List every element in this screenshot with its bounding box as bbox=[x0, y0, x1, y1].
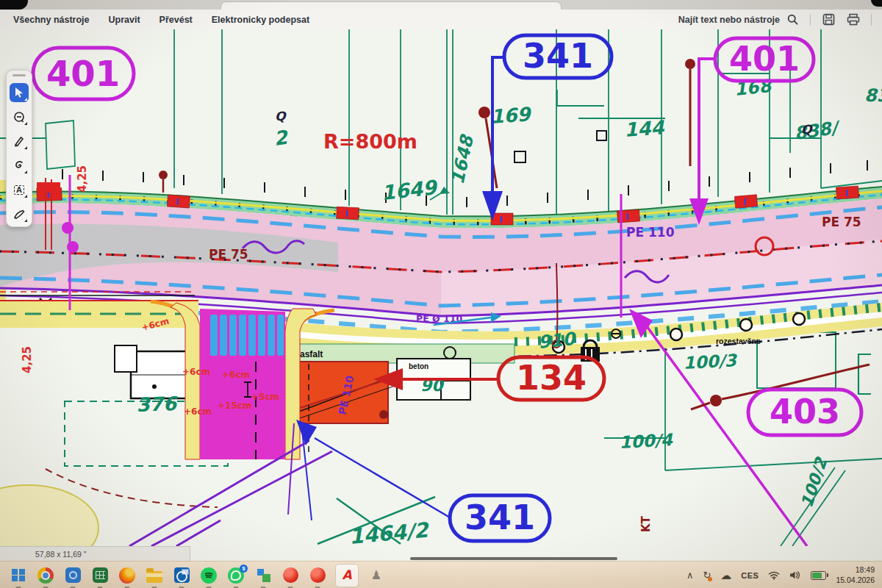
panel-grip[interactable] bbox=[12, 74, 26, 76]
menu-convert[interactable]: Převést bbox=[159, 15, 193, 25]
chrome-icon[interactable] bbox=[36, 566, 55, 585]
game-app-icon[interactable]: ♟ bbox=[367, 566, 386, 585]
ref-label-341-bottom: 341 bbox=[450, 495, 550, 541]
thickness-note: +6cm bbox=[182, 367, 210, 377]
menu-bar: Všechny nástroje Upravit Převést Elektro… bbox=[13, 15, 309, 25]
window-tab-strip bbox=[0, 0, 882, 10]
toolbar-divider bbox=[810, 14, 811, 26]
ref-label-text: 403 bbox=[770, 392, 840, 431]
textbox-tool-button[interactable]: A bbox=[10, 180, 29, 199]
screen: Všechny nástroje Upravit Převést Elektro… bbox=[0, 0, 882, 588]
surface-note: beton bbox=[409, 362, 429, 370]
horizontal-scrollbar[interactable] bbox=[410, 557, 617, 560]
windows-taskbar: $ A ♟ ∧ ↻ ☁ CES 18:49 15.04.2026 bbox=[0, 561, 882, 588]
phone-glyph bbox=[231, 570, 241, 581]
browser-red-icon-1[interactable] bbox=[281, 566, 300, 585]
ref-label-text: 401 bbox=[46, 53, 120, 94]
photos-app-icon[interactable] bbox=[63, 566, 82, 585]
acrobat-logo-icon: A bbox=[342, 569, 351, 581]
radius-note: R=800m bbox=[323, 130, 417, 153]
parcel-number: 376 bbox=[136, 392, 179, 416]
menu-esign[interactable]: Elektronicky podepsat bbox=[212, 15, 309, 25]
spotify-icon[interactable] bbox=[199, 566, 218, 585]
acrobat-taskbar-icon[interactable]: A bbox=[335, 564, 359, 587]
search-label: Najít text nebo nástroje bbox=[678, 15, 780, 25]
tray-expand-chevron[interactable]: ∧ bbox=[686, 570, 694, 581]
spreadsheet-app-icon[interactable] bbox=[90, 566, 110, 585]
ref-label-text: 341 bbox=[465, 498, 535, 537]
fillsign-tool-button[interactable] bbox=[10, 204, 29, 223]
cursor-icon bbox=[14, 87, 24, 98]
parcel-number: 910 bbox=[537, 329, 578, 353]
ref-label-text: 401 bbox=[729, 39, 800, 79]
wifi-icon[interactable] bbox=[768, 571, 780, 580]
signature-icon bbox=[13, 160, 25, 171]
tray-time: 18:49 bbox=[836, 565, 875, 575]
parcel-number: 100/3 bbox=[683, 351, 739, 373]
page-size-status: 57,88 x 11,69 " bbox=[0, 546, 190, 561]
pipe-note: PE 75 bbox=[822, 215, 861, 229]
document-area: 2 1649 1648 169 144 168 838/ 83 90 910 3… bbox=[0, 29, 882, 561]
photo-corner-dark bbox=[0, 0, 28, 10]
ref-label-text: 341 bbox=[523, 36, 593, 76]
construction-note: rozestavěno bbox=[716, 337, 761, 345]
print-button[interactable] bbox=[846, 12, 861, 27]
highlight-tool-button[interactable] bbox=[10, 132, 29, 151]
select-tool-button[interactable] bbox=[10, 83, 29, 102]
cad-drawing: 2 1649 1648 169 144 168 838/ 83 90 910 3… bbox=[0, 29, 882, 546]
fill-sign-icon bbox=[13, 209, 26, 220]
outlook-icon[interactable] bbox=[172, 566, 191, 585]
volume-icon[interactable] bbox=[789, 570, 801, 580]
office-tiles-icon[interactable] bbox=[254, 566, 273, 585]
pipe-note: PE 110 bbox=[626, 225, 675, 240]
menu-all-tools[interactable]: Všechny nástroje bbox=[13, 15, 90, 25]
parcel-number: 100/4 bbox=[619, 430, 674, 452]
tray-date: 15.04.2026 bbox=[836, 576, 875, 585]
toolbar-divider-2 bbox=[871, 14, 872, 26]
save-button[interactable] bbox=[821, 12, 836, 27]
windows-logo-icon bbox=[12, 569, 25, 582]
file-explorer-icon[interactable] bbox=[145, 566, 164, 585]
battery-icon[interactable] bbox=[811, 571, 826, 580]
kt-note: KT bbox=[639, 515, 653, 532]
thickness-note: +5cm bbox=[251, 392, 279, 402]
sync-icon[interactable]: ↻ bbox=[703, 570, 711, 581]
ref-label-401-top-right: 401 bbox=[715, 38, 814, 81]
map-symbol-q: Q bbox=[801, 122, 813, 137]
ref-label-text: 134 bbox=[516, 358, 587, 398]
pipe-note: PE 75 bbox=[209, 247, 248, 262]
parcel-number: 169 bbox=[490, 103, 532, 128]
whatsapp-badge: $ bbox=[240, 564, 248, 573]
search-box[interactable]: Najít text nebo nástroje bbox=[678, 12, 800, 27]
taskbar-apps: $ A ♟ bbox=[9, 564, 386, 587]
width-note: 4,25 bbox=[76, 165, 89, 193]
thickness-note: +6cm bbox=[222, 370, 250, 380]
thickness-note: +6cm bbox=[184, 406, 212, 417]
windows-start-button[interactable] bbox=[9, 566, 28, 585]
whatsapp-icon[interactable]: $ bbox=[226, 566, 245, 585]
surface-note: asfalt bbox=[300, 349, 323, 359]
spotify-waves-icon bbox=[204, 570, 214, 581]
acrobat-toolbar: Všechny nástroje Upravit Převést Elektro… bbox=[0, 10, 882, 30]
width-note: 4,25 bbox=[21, 346, 34, 373]
quick-tools-panel: A bbox=[6, 70, 32, 227]
pen-icon bbox=[13, 135, 25, 147]
parcel-number: 83 bbox=[864, 85, 882, 106]
page-dimensions: 57,88 x 11,69 " bbox=[35, 550, 87, 559]
comment-icon bbox=[13, 111, 26, 123]
signature-tool-button[interactable] bbox=[10, 156, 29, 175]
tray-clock[interactable]: 18:49 15.04.2026 bbox=[836, 565, 875, 584]
comment-tool-button[interactable] bbox=[10, 107, 29, 126]
browser-red-icon-2[interactable] bbox=[308, 566, 327, 585]
system-tray: ∧ ↻ ☁ CES 18:49 15.04.2026 bbox=[686, 565, 875, 584]
thickness-note: +15cm bbox=[218, 401, 251, 411]
ref-label-401-top-left: 401 bbox=[33, 48, 134, 99]
text-box-icon: A bbox=[14, 185, 24, 195]
firefox-icon[interactable] bbox=[118, 566, 137, 585]
search-icon bbox=[785, 12, 800, 27]
language-indicator[interactable]: CES bbox=[741, 571, 759, 580]
map-symbol-q: Q bbox=[275, 109, 287, 123]
parcel-number: 144 bbox=[623, 116, 665, 141]
onedrive-cloud-icon[interactable]: ☁ bbox=[720, 569, 731, 582]
menu-edit[interactable]: Upravit bbox=[109, 15, 140, 25]
